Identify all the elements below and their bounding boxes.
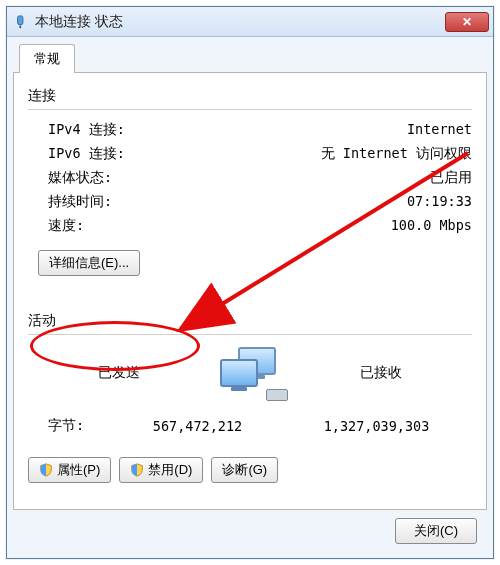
group-activity-heading: 活动 <box>28 312 472 330</box>
value-media: 已启用 <box>430 169 472 187</box>
value-ipv4: Internet <box>407 121 472 139</box>
disable-button[interactable]: 禁用(D) <box>119 457 203 483</box>
row-ipv4: IPv4 连接: Internet <box>28 118 472 142</box>
divider <box>28 334 472 335</box>
value-duration: 07:19:33 <box>407 193 472 211</box>
diagnose-label: 诊断(G) <box>222 461 267 479</box>
properties-label: 属性(P) <box>57 461 100 479</box>
network-icon <box>15 15 29 29</box>
value-ipv6: 无 Internet 访问权限 <box>321 145 472 163</box>
window-title: 本地连接 状态 <box>35 13 445 31</box>
diagnose-button[interactable]: 诊断(G) <box>211 457 278 483</box>
row-ipv6: IPv6 连接: 无 Internet 访问权限 <box>28 142 472 166</box>
bytes-row: 字节: 567,472,212 1,327,039,303 <box>28 407 472 439</box>
shield-icon <box>130 463 144 477</box>
svg-rect-1 <box>19 25 21 28</box>
label-duration: 持续时间: <box>48 193 112 211</box>
tab-general[interactable]: 常规 <box>19 44 75 73</box>
row-duration: 持续时间: 07:19:33 <box>28 190 472 214</box>
sent-label: 已发送 <box>28 364 210 382</box>
label-speed: 速度: <box>48 217 84 235</box>
close-button[interactable]: 关闭(C) <box>395 518 477 544</box>
label-ipv6: IPv6 连接: <box>48 145 125 163</box>
window-close-button[interactable]: ✕ <box>445 12 489 32</box>
recv-bytes: 1,327,039,303 <box>287 418 466 434</box>
tab-panel-general: 连接 IPv4 连接: Internet IPv6 连接: 无 Internet… <box>13 72 487 510</box>
bytes-label: 字节: <box>48 417 108 435</box>
value-speed: 100.0 Mbps <box>391 217 472 235</box>
titlebar: 本地连接 状态 ✕ <box>7 7 493 37</box>
details-button[interactable]: 详细信息(E)... <box>38 250 140 276</box>
svg-rect-0 <box>18 15 23 24</box>
label-media: 媒体状态: <box>48 169 112 187</box>
disable-label: 禁用(D) <box>148 461 192 479</box>
label-ipv4: IPv4 连接: <box>48 121 125 139</box>
sent-bytes: 567,472,212 <box>108 418 287 434</box>
group-connection-heading: 连接 <box>28 87 472 105</box>
row-speed: 速度: 100.0 Mbps <box>28 214 472 238</box>
close-icon: ✕ <box>462 15 472 29</box>
divider <box>28 109 472 110</box>
properties-button[interactable]: 属性(P) <box>28 457 111 483</box>
row-media: 媒体状态: 已启用 <box>28 166 472 190</box>
status-dialog: 本地连接 状态 ✕ 常规 <box>6 6 494 559</box>
recv-label: 已接收 <box>290 364 472 382</box>
activity-graphic-row: 已发送 已接收 <box>28 345 472 401</box>
network-activity-icon <box>210 345 290 401</box>
shield-icon <box>39 463 53 477</box>
